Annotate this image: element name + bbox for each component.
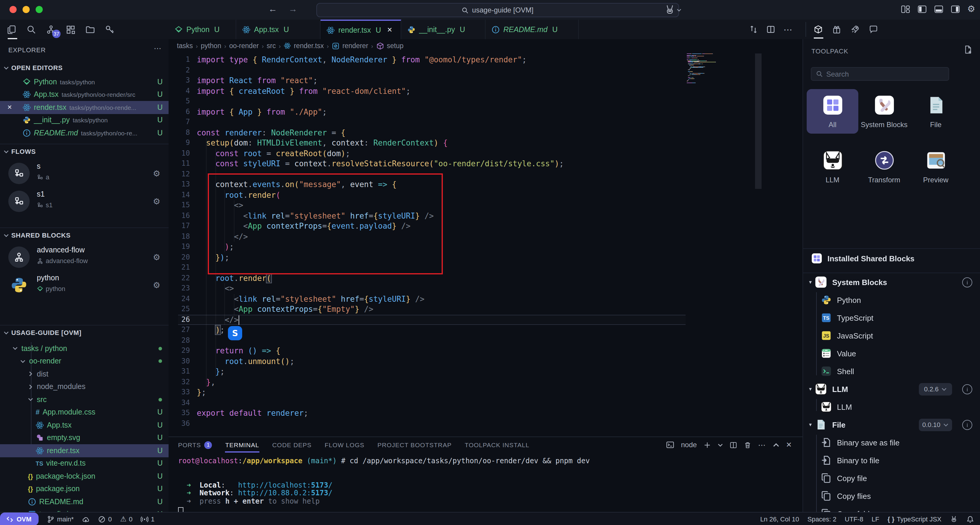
gear-icon[interactable]: ⚙	[153, 252, 160, 263]
shared-block-advanced-flow[interactable]: advanced-flowadvanced-flow⚙	[0, 245, 169, 271]
status-cloudup[interactable]	[82, 515, 90, 523]
block-item-copy-flies[interactable]: Copy flies	[803, 487, 980, 505]
open-editor-Python[interactable]: Pythontasks/pythonU	[0, 75, 169, 88]
section-shared-blocks[interactable]: SHARED BLOCKS	[3, 231, 71, 239]
version-select[interactable]: 0.2.6	[919, 383, 952, 395]
minimize-window-button[interactable]	[22, 6, 30, 13]
breadcrumb-item[interactable]: renderer	[342, 42, 368, 49]
status-spaces-2[interactable]: Spaces: 2	[807, 515, 836, 523]
block-item-llm[interactable]: LLM	[803, 398, 980, 416]
status-rabbit[interactable]	[950, 515, 958, 523]
compare-icon[interactable]	[749, 25, 758, 34]
breadcrumb[interactable]: tasks›python›oo-render›src›render.tsx›re…	[177, 39, 404, 52]
panel-tab-ports[interactable]: PORTS1	[178, 437, 212, 453]
status-error[interactable]: 0	[98, 515, 111, 523]
panel-tab-toolpack-install[interactable]: TOOLPACK INSTALL	[465, 437, 530, 453]
toggle-left-panel-icon[interactable]	[917, 5, 926, 13]
tree-item-README.md[interactable]: README.mdU	[0, 495, 169, 508]
rocket-icon[interactable]	[851, 25, 859, 34]
search-icon[interactable]	[27, 25, 36, 34]
status-lf[interactable]: LF	[872, 515, 880, 523]
version-select[interactable]: 0.0.10	[919, 418, 952, 431]
tree-item-node-modules[interactable]: node_modules	[0, 380, 169, 393]
status-warning[interactable]: ⚠0	[120, 515, 133, 523]
gear-icon[interactable]: ⚙	[153, 280, 160, 290]
open-editor-__init__.py[interactable]: __init__.pytasks/pythonU	[0, 114, 169, 126]
breadcrumb-item[interactable]: render.tsx	[294, 42, 324, 49]
tab-__init__.py[interactable]: __init__.pyU	[401, 19, 485, 39]
section-project-tree[interactable]: USAGE-GUIDE [OVM]	[3, 329, 81, 336]
more-actions-icon[interactable]: ⋯	[758, 440, 766, 449]
maximize-panel-icon[interactable]	[773, 442, 780, 448]
open-editor-App.tsx[interactable]: App.tsxtasks/python/oo-render/srcU	[0, 88, 169, 101]
new-terminal-icon[interactable]	[703, 441, 711, 449]
close-panel-icon[interactable]: ✕	[786, 440, 792, 449]
installed-group-system-blocks[interactable]: ▾System Blocksi	[803, 273, 980, 291]
panel-tab-terminal[interactable]: TERMINAL	[225, 437, 259, 453]
terminal-output[interactable]: root@localhost:/app/workspace (main*) # …	[178, 457, 590, 506]
tab-App.tsx[interactable]: App.tsxU	[236, 19, 321, 39]
close-window-button[interactable]	[10, 6, 17, 13]
toggle-bottom-panel-icon[interactable]	[934, 5, 943, 13]
gift-icon[interactable]	[832, 25, 841, 34]
block-item-copy-folder[interactable]: Copy folder	[803, 505, 980, 512]
status-utf-8[interactable]: UTF-8	[845, 515, 863, 523]
toggle-right-panel-icon[interactable]	[951, 5, 959, 13]
breadcrumb-item[interactable]: tasks	[177, 42, 193, 49]
status-branch[interactable]: main*	[47, 515, 73, 523]
block-item-shell[interactable]: Shell	[803, 362, 980, 380]
cube-icon[interactable]	[814, 25, 823, 34]
nav-back-icon[interactable]: ←	[268, 3, 277, 14]
chat-icon[interactable]	[869, 25, 878, 34]
installed-group-llm[interactable]: ▾LLM0.2.6i	[803, 380, 980, 398]
block-item-copy-file[interactable]: Copy file	[803, 469, 980, 487]
zoom-window-button[interactable]	[36, 6, 43, 13]
code-area[interactable]: 1import type { RenderContext, NodeRender…	[169, 52, 802, 437]
tree-item-render.tsx[interactable]: render.tsxU	[0, 444, 169, 457]
panel-tab-project-bootstrap[interactable]: PROJECT BOOTSTRAP	[377, 437, 452, 453]
block-item-typescript[interactable]: TSTypeScript	[803, 309, 980, 327]
tree-item-oo-render[interactable]: oo-render	[0, 355, 169, 368]
section-open-editors[interactable]: OPEN EDITORS	[3, 64, 63, 71]
rabbit-menu[interactable]	[665, 5, 681, 15]
terminal-dropdown-icon[interactable]	[718, 442, 723, 447]
tree-item-empty.svg[interactable]: empty.svgU	[0, 431, 169, 444]
panel-tab-code-deps[interactable]: CODE DEPS	[272, 437, 312, 453]
gear-icon[interactable]: ⚙	[153, 168, 160, 179]
flow-item-s1[interactable]: s1s1⚙	[0, 189, 169, 215]
key-icon[interactable]	[105, 25, 115, 34]
close-editor-icon[interactable]: ✕	[7, 104, 12, 111]
remote-indicator[interactable]: OVM	[0, 512, 38, 525]
open-editor-render.tsx[interactable]: ✕render.tsxtasks/python/oo-rende...U	[0, 101, 169, 114]
tree-item-tasks---python[interactable]: tasks / python	[0, 342, 169, 355]
nav-forward-icon[interactable]: →	[288, 3, 298, 14]
installed-group-file[interactable]: ▾File0.0.10i	[803, 416, 980, 434]
close-tab-icon[interactable]: ✕	[387, 26, 392, 34]
status-typescript-jsx[interactable]: { }TypeScript JSX	[888, 515, 942, 523]
flows-icon[interactable]: 37	[46, 25, 56, 34]
tab-render.tsx[interactable]: render.tsxU✕	[321, 19, 401, 39]
settings-gear-icon[interactable]: ⚙	[967, 3, 975, 14]
kill-terminal-icon[interactable]	[744, 441, 751, 449]
tree-item-package-lock.json[interactable]: {}package-lock.jsonU	[0, 470, 169, 482]
gear-icon[interactable]: ⚙	[153, 196, 160, 207]
shared-block-python[interactable]: pythonpython⚙	[0, 273, 169, 299]
tree-item-src[interactable]: src	[0, 393, 169, 406]
info-icon[interactable]: i	[962, 420, 972, 430]
block-item-javascript[interactable]: JSJavaScript	[803, 327, 980, 345]
status-ln-26-col-10[interactable]: Ln 26, Col 10	[760, 515, 799, 523]
open-editor-README.md[interactable]: README.mdtasks/python/oo-re...U	[0, 126, 169, 139]
minimap[interactable]	[687, 53, 758, 85]
split-terminal-icon[interactable]	[730, 441, 737, 449]
block-item-python[interactable]: Python	[803, 291, 980, 309]
breadcrumb-item[interactable]: src	[267, 42, 276, 49]
tree-item-package.json[interactable]: {}package.jsonU	[0, 482, 169, 495]
files-icon[interactable]	[7, 25, 17, 34]
tree-item-App.tsx[interactable]: App.tsxU	[0, 419, 169, 431]
layout-grid-icon[interactable]	[901, 5, 910, 13]
block-item-value[interactable]: Value	[803, 345, 980, 362]
tab-README.md[interactable]: README.mdU	[485, 19, 579, 39]
section-flows[interactable]: FLOWS	[3, 148, 36, 155]
info-icon[interactable]: i	[962, 384, 972, 394]
folder-icon[interactable]	[86, 25, 95, 34]
